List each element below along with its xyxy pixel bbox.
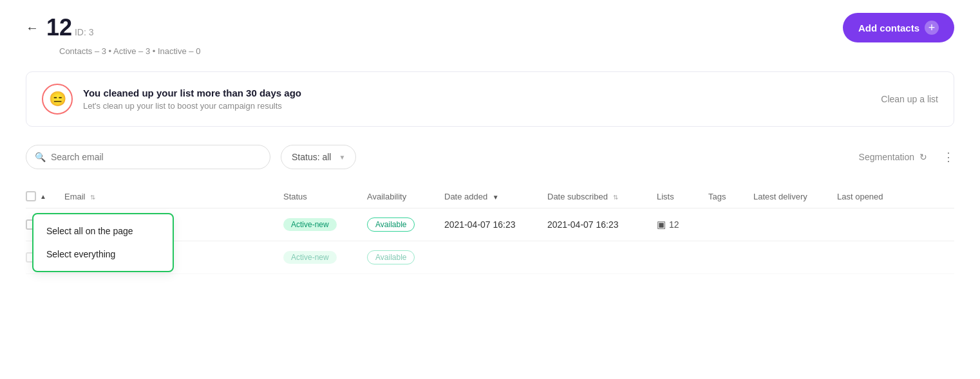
segmentation-button[interactable]: Segmentation ↻	[859, 152, 927, 162]
col-check-header: ▲	[26, 191, 64, 201]
banner-text-block: You cleaned up your list more than 30 da…	[83, 88, 301, 111]
segmentation-label: Segmentation	[859, 152, 914, 162]
col-status-header: Status	[283, 192, 367, 201]
table-container: ▲ Email ⇅ Status Availability Date added…	[26, 185, 954, 274]
select-all-on-page-item[interactable]: Select all on the page	[33, 219, 173, 243]
refresh-icon: ↻	[919, 152, 927, 162]
col-last-header: Last opened	[837, 192, 908, 201]
col-date-sub-header: Date subscribed ⇅	[547, 192, 657, 201]
chevron-down-icon: ▼	[339, 154, 345, 161]
row-avail-1: Available	[367, 217, 444, 232]
select-everything-item[interactable]: Select everything	[33, 243, 173, 266]
search-wrapper: 🔍	[26, 145, 270, 169]
row-status-2: Active-new	[283, 251, 367, 264]
plus-icon: +	[925, 21, 939, 35]
status-dropdown[interactable]: Status: all ▼	[281, 145, 356, 169]
col-email-header: Email ⇅	[64, 192, 283, 201]
avail-badge-1: Available	[367, 217, 415, 232]
status-col-label: Status	[283, 192, 307, 201]
last-col-label: Last opened	[837, 192, 883, 201]
date-sub-sort-icon[interactable]: ⇅	[613, 194, 618, 201]
list-number-block: 12 ID: 3	[46, 16, 94, 39]
banner-title: You cleaned up your list more than 30 da…	[83, 88, 301, 98]
row-date-added-1: 2021-04-07 16:23	[444, 219, 547, 230]
banner-subtitle: Let's clean up your list to boost your c…	[83, 101, 301, 111]
avail-badge-2: Available	[367, 250, 415, 264]
row-avail-2: Available	[367, 250, 444, 264]
date-added-sort-icon[interactable]: ▼	[493, 194, 499, 201]
header-row: ← 12 ID: 3 Add contacts +	[26, 13, 954, 42]
latest-col-label: Latest delivery	[753, 192, 807, 201]
add-contacts-button[interactable]: Add contacts +	[843, 13, 954, 42]
date-added-col-label: Date added	[444, 192, 487, 201]
row-date-sub-1: 2021-04-07 16:23	[547, 219, 657, 230]
avail-col-label: Availability	[367, 192, 406, 201]
row-status-1: Active-new	[283, 218, 367, 231]
add-contacts-label: Add contacts	[858, 23, 919, 33]
more-options-icon[interactable]: ⋮	[943, 150, 954, 164]
email-sort-icon[interactable]: ⇅	[90, 194, 95, 201]
select-dropdown-popup: Select all on the page Select everything	[32, 213, 174, 272]
select-chevron-icon[interactable]: ▲	[40, 193, 46, 200]
filter-row: 🔍 Status: all ▼ Segmentation ↻ ⋮	[26, 145, 954, 169]
row-lists-1: ▣ 12	[657, 219, 708, 230]
list-icon-1: ▣	[657, 219, 666, 230]
table-header: ▲ Email ⇅ Status Availability Date added…	[26, 185, 954, 208]
cleanup-banner: 😑 You cleaned up your list more than 30 …	[26, 71, 954, 127]
col-lists-header: Lists	[657, 192, 708, 201]
status-badge-2: Active-new	[283, 251, 337, 264]
banner-emoji: 😑	[49, 91, 66, 107]
search-icon: 🔍	[35, 152, 46, 162]
list-id: ID: 3	[75, 27, 94, 37]
page-wrapper: ← 12 ID: 3 Add contacts + Contacts – 3 •…	[0, 0, 980, 379]
stats-row: Contacts – 3 • Active – 3 • Inactive – 0	[59, 46, 954, 56]
lists-count-1: 12	[669, 219, 679, 230]
date-sub-col-label: Date subscribed	[547, 192, 608, 201]
cleanup-link[interactable]: Clean up a list	[881, 94, 938, 104]
status-dropdown-label: Status: all	[292, 152, 331, 162]
status-badge-1: Active-new	[283, 218, 337, 231]
col-tags-header: Tags	[708, 192, 753, 201]
tags-col-label: Tags	[708, 192, 726, 201]
lists-col-label: Lists	[657, 192, 674, 201]
back-button[interactable]: ←	[26, 21, 39, 34]
cleanup-banner-left: 😑 You cleaned up your list more than 30 …	[42, 84, 301, 115]
col-date-added-header: Date added ▼	[444, 192, 547, 201]
header-left: ← 12 ID: 3	[26, 16, 94, 39]
lists-cell-1: ▣ 12	[657, 219, 708, 230]
search-input[interactable]	[26, 145, 270, 169]
list-number: 12	[46, 14, 72, 41]
col-latest-header: Latest delivery	[753, 192, 837, 201]
email-col-label: Email	[64, 192, 86, 201]
select-all-checkbox[interactable]	[26, 191, 36, 201]
emoji-circle: 😑	[42, 84, 73, 115]
col-avail-header: Availability	[367, 192, 444, 201]
